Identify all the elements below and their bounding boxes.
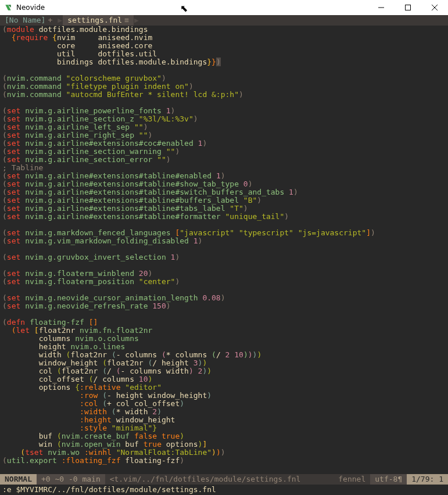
mode-segment: NORMAL (0, 474, 37, 485)
svg-rect-1 (406, 5, 411, 10)
tab-bar: [No Name]+ ▶ settings.fnl ≡ ▶ (0, 15, 448, 26)
tab-modified-icon: + (48, 16, 52, 24)
status-bar: NORMAL +0 ~0 -0 main <t.vim/../fnl/dotfi… (0, 474, 448, 485)
file-segment: <t.vim/../fnl/dotfiles/module/settings.f… (105, 474, 306, 485)
tab-label: [No Name] (5, 16, 45, 24)
git-segment: +0 ~0 -0 main (37, 474, 105, 485)
app-icon (3, 3, 13, 12)
position-segment: 1/79: 1 (407, 474, 448, 485)
tab-inactive[interactable]: [No Name]+ (0, 15, 57, 26)
tab-modified-icon: ≡ (124, 16, 129, 24)
filetype-segment: fennel (334, 474, 370, 485)
editor-area[interactable]: (module dotfiles.module.bindings {requir… (0, 26, 448, 474)
window-titlebar: Neovide ⬉ (0, 0, 448, 15)
encoding-segment: utf-8 ¶ (370, 474, 407, 485)
command-line[interactable]: :e $MYVIMRC/../fnl/dotfiles/module/setti… (0, 485, 448, 495)
line-ending-icon: ¶ (397, 475, 402, 483)
window-maximize-button[interactable] (395, 0, 421, 15)
cursor-arrow-icon: ⬉ (180, 5, 188, 13)
tab-separator-icon: ▶ (57, 15, 63, 26)
window-title: Neovide (16, 3, 45, 12)
tab-separator-icon: ▶ (134, 15, 139, 26)
tab-label: settings.fnl (67, 16, 122, 24)
tab-active[interactable]: settings.fnl ≡ (63, 15, 134, 26)
window-close-button[interactable] (421, 0, 448, 15)
window-minimize-button[interactable] (368, 0, 395, 15)
